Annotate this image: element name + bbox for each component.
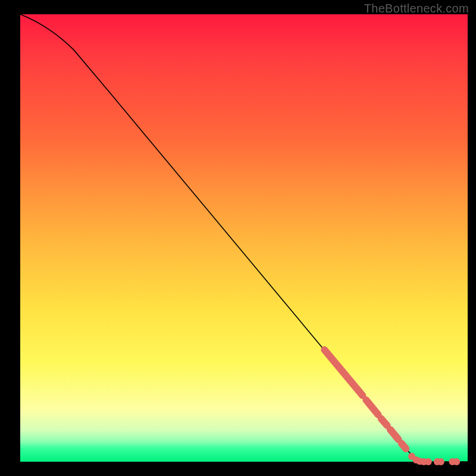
- marker-point: [437, 458, 444, 465]
- chart-svg: [20, 14, 468, 462]
- marker-points: [408, 453, 460, 465]
- chart-frame: TheBottleneck.com: [0, 0, 476, 476]
- plot-area: [20, 14, 468, 462]
- marker-segments: [324, 350, 406, 449]
- marker-segment: [381, 419, 387, 425]
- marker-segment: [390, 430, 399, 440]
- watermark-text: TheBottleneck.com: [364, 2, 469, 15]
- primary-curve: [20, 14, 468, 462]
- marker-point: [425, 458, 432, 465]
- marker-segment: [324, 350, 362, 396]
- marker-point: [453, 458, 460, 465]
- marker-segment: [366, 400, 378, 415]
- marker-segment: [402, 443, 406, 449]
